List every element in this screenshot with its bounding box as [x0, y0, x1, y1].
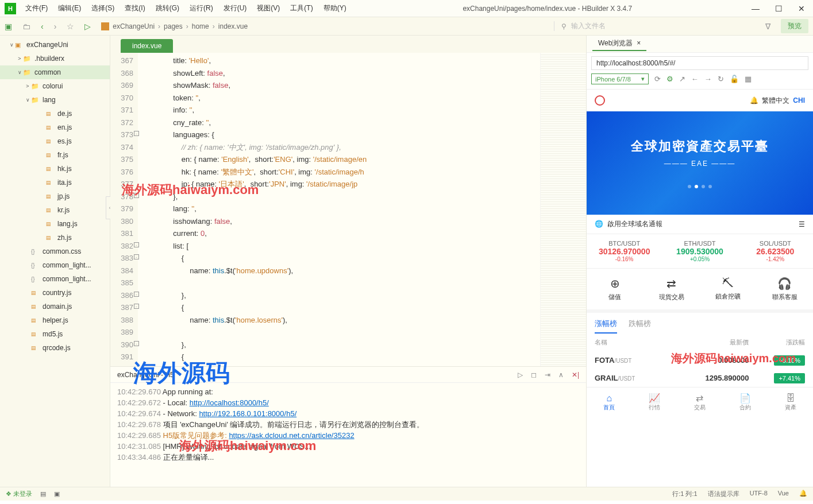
file-tree[interactable]: ∨▣exChangeUni>📁.hbuilderx∨📁common>📁color…: [0, 36, 110, 487]
filter-icon[interactable]: ∇: [765, 22, 770, 31]
tree-item[interactable]: {}common.css: [0, 245, 110, 258]
syntax-library[interactable]: 语法提示库: [708, 490, 739, 498]
tree-item[interactable]: ▤ita.js: [0, 176, 110, 189]
tree-item[interactable]: ▤de.js: [0, 107, 110, 121]
language-switcher[interactable]: 🔔 繁體中文 CHI: [750, 96, 805, 106]
tree-item[interactable]: ▤es.js: [0, 134, 110, 148]
console-collapse-icon[interactable]: ∧: [558, 371, 564, 379]
language-mode[interactable]: Vue: [778, 490, 789, 498]
encoding[interactable]: UTF-8: [750, 490, 768, 498]
url-bar[interactable]: http://localhost:8000/h5/#/: [591, 56, 808, 70]
code-content[interactable]: title: 'Hello', showLeft: false, showMas…: [138, 53, 540, 366]
browser-tab[interactable]: Web浏览器 ×: [592, 37, 646, 51]
menu-item[interactable]: 跳转(G): [151, 1, 184, 15]
forward-icon[interactable]: ›: [54, 22, 57, 31]
rank-row[interactable]: GRAIL/USDT1295.890000+7.41%: [587, 369, 813, 387]
tab-item[interactable]: ⌂首頁: [587, 387, 632, 417]
quick-menu-item[interactable]: ⇄現貨交易: [644, 277, 700, 301]
star-icon[interactable]: ☆: [67, 22, 74, 31]
tree-item[interactable]: {}common_light...: [0, 272, 110, 286]
quick-menu-item[interactable]: ⛏鎖倉挖礦: [700, 277, 757, 301]
tab-item[interactable]: ⇄交易: [677, 387, 723, 417]
new-file-icon[interactable]: ▣: [5, 22, 12, 31]
tree-item[interactable]: ∨📁lang: [0, 93, 110, 107]
tab-item[interactable]: 🗄資產: [768, 387, 813, 417]
device-selector[interactable]: iPhone 6/7/8▾: [591, 73, 649, 84]
ticker-item[interactable]: BTC/USDT30126.970000-0.16%: [587, 240, 662, 262]
tree-item[interactable]: ▤en.js: [0, 121, 110, 134]
browser-reload-icon[interactable]: ↻: [718, 75, 724, 83]
tree-item[interactable]: ∨▣exChangeUni: [0, 38, 110, 52]
breadcrumb[interactable]: exChangeUni› pages› home› index.vue: [101, 22, 544, 30]
menu-item[interactable]: 编辑(E): [53, 1, 86, 15]
browser-back-icon[interactable]: ←: [691, 75, 699, 83]
quick-menu: ⊕儲值⇄現貨交易⛏鎖倉挖礦🎧聯系客服: [587, 269, 813, 313]
rank-row[interactable]: FOTA/USDT0.008000+8.10%: [587, 351, 813, 369]
tree-item[interactable]: ▤domain.js: [0, 300, 110, 313]
browser-settings-icon[interactable]: ⚙: [666, 75, 673, 83]
maximize-button[interactable]: ☐: [767, 0, 790, 17]
tree-item[interactable]: {}common_light...: [0, 258, 110, 272]
quick-menu-item[interactable]: ⊕儲值: [587, 277, 644, 301]
preview-button[interactable]: 预览: [781, 19, 808, 33]
tree-item[interactable]: ▤lang.js: [0, 217, 110, 231]
menu-item[interactable]: 选择(S): [87, 1, 119, 15]
tree-item[interactable]: ▤qrcode.js: [0, 341, 110, 355]
tree-item[interactable]: ▤helper.js: [0, 313, 110, 327]
banner[interactable]: 全球加密資產交易平臺 ——— EAE ———: [587, 111, 813, 215]
editor-tabs[interactable]: index.vue: [110, 36, 586, 53]
console-export-icon[interactable]: ⇥: [545, 371, 550, 379]
bottom-tabbar[interactable]: ⌂首頁📈行情⇄交易📄合約🗄資產: [587, 387, 813, 417]
back-icon[interactable]: ‹: [41, 22, 44, 31]
tab-item[interactable]: 📈行情: [632, 387, 677, 417]
save-icon[interactable]: 🗀: [22, 22, 30, 31]
ticker-item[interactable]: SOL/USDT26.623500-1.42%: [738, 240, 813, 262]
browser-grid-icon[interactable]: ▦: [745, 75, 752, 83]
layout-icon[interactable]: ▤: [40, 490, 46, 498]
menu-item[interactable]: 帮助(Y): [319, 1, 351, 15]
run-icon[interactable]: ▷: [84, 22, 91, 31]
notification-icon[interactable]: 🔔: [799, 490, 807, 498]
tree-item[interactable]: ▤md5.js: [0, 327, 110, 341]
bell-icon[interactable]: 🔔: [750, 96, 758, 104]
menu-item[interactable]: 运行(R): [185, 1, 218, 15]
tab-index-vue[interactable]: index.vue: [121, 39, 173, 53]
tree-item[interactable]: ∨📁common: [0, 65, 110, 79]
menu-item[interactable]: 发行(U): [219, 1, 252, 15]
menu-icon[interactable]: ☰: [799, 220, 805, 228]
tree-item[interactable]: ▤kr.js: [0, 203, 110, 217]
menu-item[interactable]: 文件(F): [21, 1, 52, 15]
tree-item[interactable]: >📁colorui: [0, 79, 110, 93]
rank-tabs[interactable]: 漲幅榜 跌幅榜: [587, 313, 813, 334]
tab-item[interactable]: 📄合約: [722, 387, 768, 417]
notice-bar[interactable]: 🌐 啟用全球域名通報 ☰: [587, 215, 813, 234]
browser-lock-icon[interactable]: 🔓: [730, 75, 739, 83]
main-menu[interactable]: 文件(F)编辑(E)选择(S)查找(I)跳转(G)运行(R)发行(U)视图(V)…: [21, 1, 351, 15]
menu-item[interactable]: 视图(V): [252, 1, 284, 15]
console-close-icon[interactable]: ✕|: [572, 371, 579, 379]
ticker-item[interactable]: ETH/USDT1909.530000+0.05%: [662, 240, 737, 262]
tree-item[interactable]: >📁.hbuilderx: [0, 52, 110, 65]
console-stop-icon[interactable]: ◻: [531, 371, 537, 379]
terminal-icon[interactable]: ▣: [54, 490, 60, 498]
browser-open-icon[interactable]: ↗: [679, 75, 685, 83]
login-status[interactable]: ❖ 未登录: [6, 490, 32, 498]
carousel-dots[interactable]: [688, 185, 712, 188]
menu-item[interactable]: 查找(I): [120, 1, 149, 15]
rank-list: FOTA/USDT0.008000+8.10%GRAIL/USDT1295.89…: [587, 351, 813, 387]
menu-item[interactable]: 工具(T): [286, 1, 317, 15]
console-output[interactable]: 10:42:29.670 App running at:10:42:29.672…: [110, 383, 586, 487]
browser-forward-icon[interactable]: →: [704, 75, 712, 83]
tree-item[interactable]: ▤zh.js: [0, 231, 110, 245]
browser-sync-icon[interactable]: ⟳: [654, 75, 661, 83]
tree-item[interactable]: ▤jp.js: [0, 189, 110, 203]
close-button[interactable]: ✕: [790, 0, 813, 17]
file-search[interactable]: ⚲ 输入文件名: [554, 21, 755, 31]
tree-item[interactable]: ▤country.js: [0, 286, 110, 300]
quick-menu-item[interactable]: 🎧聯系客服: [757, 277, 814, 301]
tree-item[interactable]: ▤fr.js: [0, 148, 110, 162]
minimize-button[interactable]: —: [744, 0, 767, 17]
tree-item[interactable]: ▤hk.js: [0, 162, 110, 176]
minimap[interactable]: [540, 53, 586, 366]
console-run-icon[interactable]: ▷: [518, 371, 523, 379]
